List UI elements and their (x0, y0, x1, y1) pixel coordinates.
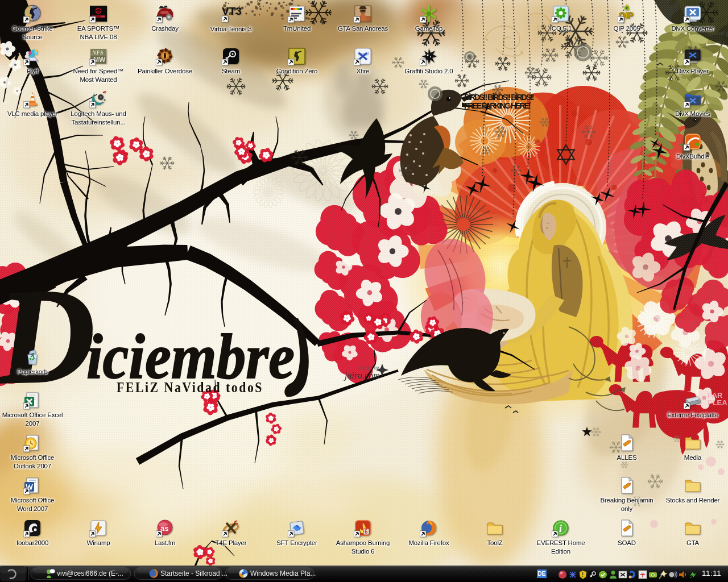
svg-text:FELiZ NaVidad todoS: FELiZ NaVidad todoS (117, 379, 263, 396)
svg-text:i: i (559, 523, 562, 534)
svg-text:D: D (0, 259, 98, 412)
svg-text:!: ! (582, 572, 584, 578)
svg-text:NFS: NFS (92, 49, 104, 56)
svg-text:jairu.com: jairu.com (344, 371, 380, 381)
svg-text:6: 6 (365, 529, 368, 535)
svg-text:FREE PARKING HERE!: FREE PARKING HERE! (464, 101, 531, 110)
svg-text:design by: design by (357, 365, 379, 371)
